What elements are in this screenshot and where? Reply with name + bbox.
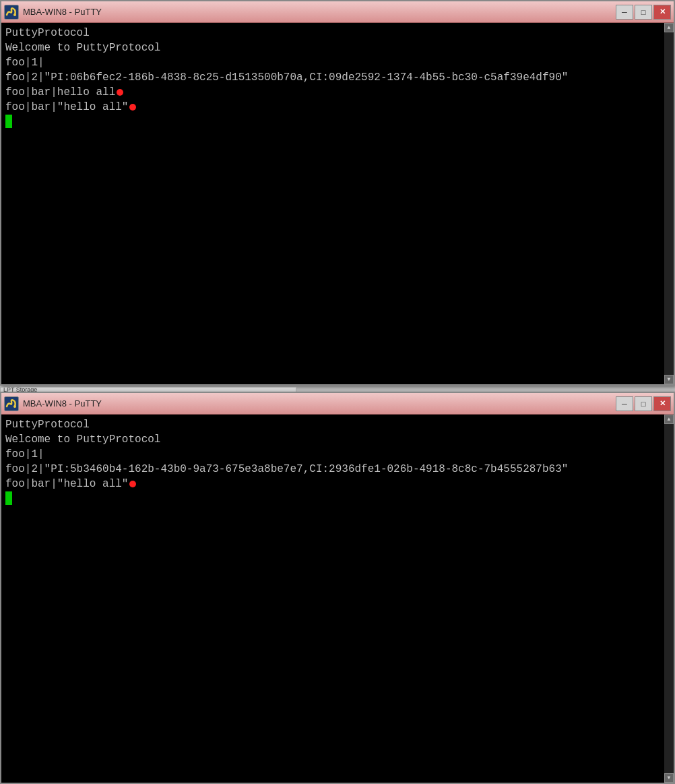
terminal-line: foo|2|"PI:06b6fec2-186b-4838-8c25-d15135… <box>5 70 670 85</box>
scroll-down-2[interactable]: ▼ <box>664 773 674 783</box>
svg-point-3 <box>13 405 16 408</box>
terminal-line: PuttyProtocol <box>5 417 670 432</box>
svg-point-1 <box>13 13 16 16</box>
terminal-cursor <box>5 491 12 505</box>
terminal-line-text: foo|1| <box>5 447 44 462</box>
title-controls-1: ─ □ ✕ <box>616 5 671 20</box>
terminal-line <box>5 115 670 128</box>
title-bar-2: MBA-WIN8 - PuTTY ─ □ ✕ <box>1 393 674 415</box>
terminal-line-text: foo|bar|"hello all" <box>5 477 128 491</box>
terminal-line: foo|1| <box>5 447 670 462</box>
terminal-line: foo|1| <box>5 55 670 70</box>
window-title-1: MBA-WIN8 - PuTTY <box>23 7 102 17</box>
close-button-1[interactable]: ✕ <box>653 5 671 20</box>
terminal-line: foo|2|"PI:5b3460b4-162b-43b0-9a73-675e3a… <box>5 462 670 477</box>
terminal-line: PuttyProtocol <box>5 26 670 40</box>
scroll-track-2[interactable] <box>664 424 674 773</box>
terminal-line <box>5 491 670 505</box>
scroll-up-2[interactable]: ▲ <box>664 415 674 424</box>
scrollbar-2[interactable]: ▲ ▼ <box>664 415 674 783</box>
terminal-dot <box>129 104 136 111</box>
terminal-line-text: Welcome to PuttyProtocol <box>5 432 160 447</box>
minimize-button-1[interactable]: ─ <box>616 5 633 20</box>
title-bar-left-1: MBA-WIN8 - PuTTY <box>4 5 102 20</box>
terminal-content-1: PuttyProtocolWelcome to PuttyProtocolfoo… <box>5 26 670 128</box>
title-bar-left-2: MBA-WIN8 - PuTTY <box>4 396 102 411</box>
terminal-line-text: Welcome to PuttyProtocol <box>5 40 160 55</box>
terminal-line: Welcome to PuttyProtocol <box>5 432 670 447</box>
terminal-line-text: foo|2|"PI:5b3460b4-162b-43b0-9a73-675e3a… <box>5 462 568 477</box>
terminal-cursor <box>5 115 12 128</box>
terminal-line: foo|bar|"hello all" <box>5 477 670 491</box>
maximize-button-2[interactable]: □ <box>635 396 652 411</box>
terminal-line-text: PuttyProtocol <box>5 26 90 40</box>
putty-window-2: MBA-WIN8 - PuTTY ─ □ ✕ PuttyProtocolWelc… <box>0 392 675 784</box>
scroll-down-1[interactable]: ▼ <box>664 375 674 384</box>
close-button-2[interactable]: ✕ <box>653 396 671 411</box>
terminal-line: Welcome to PuttyProtocol <box>5 40 670 55</box>
terminal-dot <box>129 481 136 487</box>
scroll-track-1[interactable] <box>664 32 674 375</box>
terminal-1[interactable]: PuttyProtocolWelcome to PuttyProtocolfoo… <box>1 23 674 384</box>
terminal-line-text: foo|bar|hello all <box>5 85 115 100</box>
putty-app-icon-1 <box>4 5 19 20</box>
terminal-line-text: foo|2|"PI:06b6fec2-186b-4838-8c25-d15135… <box>5 70 568 85</box>
terminal-line: foo|bar|"hello all" <box>5 100 670 115</box>
window-title-2: MBA-WIN8 - PuTTY <box>23 398 102 409</box>
terminal-line-text: PuttyProtocol <box>5 417 90 432</box>
putty-window-1: MBA-WIN8 - PuTTY ─ □ ✕ PuttyProtocolWelc… <box>0 0 675 386</box>
terminal-line-text: foo|1| <box>5 55 44 70</box>
terminal-content-2: PuttyProtocolWelcome to PuttyProtocolfoo… <box>5 417 670 505</box>
terminal-2[interactable]: PuttyProtocolWelcome to PuttyProtocolfoo… <box>1 415 674 783</box>
title-bar-1: MBA-WIN8 - PuTTY ─ □ ✕ <box>1 1 674 23</box>
title-controls-2: ─ □ ✕ <box>616 396 671 411</box>
putty-app-icon-2 <box>4 396 19 411</box>
terminal-dot <box>117 89 123 96</box>
terminal-line: foo|bar|hello all <box>5 85 670 100</box>
scrollbar-1[interactable]: ▲ ▼ <box>664 23 674 384</box>
terminal-line-text: foo|bar|"hello all" <box>5 100 128 115</box>
maximize-button-1[interactable]: □ <box>635 5 652 20</box>
minimize-button-2[interactable]: ─ <box>616 396 633 411</box>
scroll-up-1[interactable]: ▲ <box>664 23 674 32</box>
